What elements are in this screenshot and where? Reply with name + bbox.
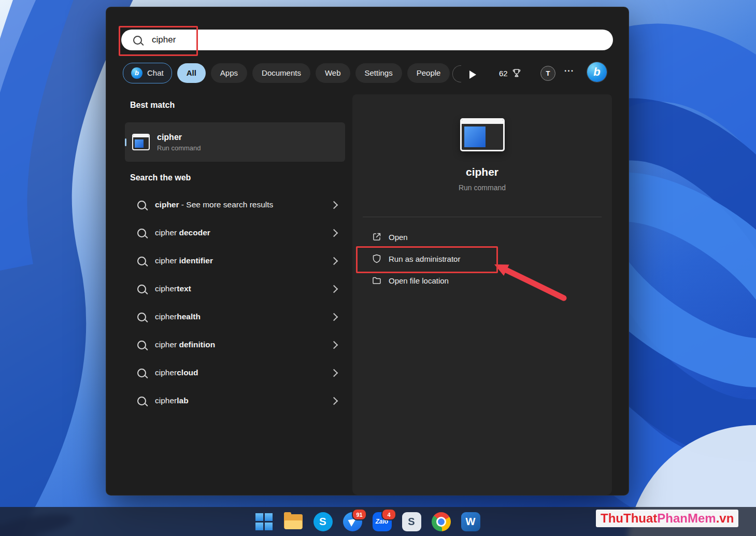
suggestion-head: cipher (155, 284, 177, 293)
messenger-button[interactable]: 91 (342, 511, 363, 532)
tab-all[interactable]: All (177, 63, 206, 83)
taskbar-icons: S 91 Zalo 4 S W (253, 511, 481, 532)
suggestion-tail: identifier (179, 256, 213, 265)
notification-badge: 4 (381, 509, 396, 520)
bing-letter: b (593, 65, 600, 79)
suggestion-head: cipher (155, 396, 177, 405)
search-suggestion-icon (137, 397, 146, 405)
steam-button[interactable]: S (401, 511, 422, 532)
suggestion-tail: lab (177, 396, 188, 405)
search-suggestion-icon (137, 285, 146, 293)
suggestion-tail: cloud (177, 368, 198, 377)
suggestion-tail: definition (179, 340, 216, 349)
web-suggestion[interactable]: cipher decoder (125, 219, 345, 247)
file-explorer-button[interactable] (283, 511, 304, 532)
search-bar[interactable] (121, 30, 613, 50)
skype-icon: S (313, 512, 333, 531)
folder-icon (284, 513, 303, 530)
desktop: b Chat All Apps Documents Web Settings P… (0, 0, 756, 536)
app-icon (460, 118, 505, 151)
suggestion-text: cipher definition (155, 340, 322, 349)
tab-chat[interactable]: b Chat (123, 63, 172, 83)
suggestion-head: cipher (155, 312, 177, 321)
word-button[interactable]: W (460, 511, 481, 532)
tab-documents[interactable]: Documents (252, 63, 310, 83)
chevron-right-icon[interactable] (330, 285, 338, 293)
search-suggestion-icon (137, 369, 146, 377)
web-suggestion[interactable]: cipher - See more search results (125, 191, 345, 219)
rewards-indicator[interactable]: 62 (499, 65, 522, 81)
tab-settings[interactable]: Settings (355, 63, 402, 83)
chevron-right-icon[interactable] (330, 369, 338, 377)
zalo-button[interactable]: Zalo 4 (372, 511, 392, 532)
tab-apps[interactable]: Apps (211, 63, 247, 83)
suggestion-text: cipher identifier (155, 256, 322, 265)
bing-chat-button[interactable]: b (587, 62, 607, 82)
action-open-location-label: Open file location (389, 276, 449, 285)
suggestion-text: ciphercloud (155, 368, 322, 377)
chevron-right-icon[interactable] (330, 229, 338, 237)
chevron-right-icon[interactable] (330, 341, 338, 349)
watermark-part3: .vn (716, 511, 734, 525)
chevron-right-icon[interactable] (330, 313, 338, 321)
search-suggestion-icon (137, 341, 146, 349)
best-match-item[interactable]: cipher Run command (125, 122, 345, 162)
run-command-icon (132, 134, 150, 150)
suggestion-head: cipher (155, 368, 177, 377)
web-suggestion[interactable]: ciphercloud (125, 359, 345, 387)
chevron-right-icon[interactable] (330, 201, 338, 209)
expand-tabs-icon[interactable] (469, 70, 476, 79)
skype-button[interactable]: S (312, 511, 333, 532)
web-suggestion[interactable]: cipher definition (125, 331, 345, 359)
suggestion-text: cipherlab (155, 396, 322, 405)
suggestion-tail: health (177, 312, 201, 321)
suggestion-tail: decoder (179, 228, 210, 237)
suggestion-head: cipher (155, 340, 179, 349)
preview-pane: cipher Run command Open Run as administr… (352, 94, 612, 495)
web-suggestion[interactable]: cipherhealth (125, 303, 345, 331)
action-open-label: Open (389, 233, 408, 242)
search-icon (133, 36, 142, 45)
action-open[interactable]: Open (352, 226, 612, 248)
suggestion-head: cipher (155, 200, 179, 209)
search-input[interactable] (151, 34, 547, 46)
windows-logo-icon (255, 513, 273, 530)
search-the-web-heading: Search the web (130, 173, 191, 182)
suggestion-head: cipher (155, 256, 179, 265)
suggestion-text: cipherhealth (155, 312, 322, 321)
suggestion-head: cipher (155, 228, 179, 237)
chrome-button[interactable] (431, 511, 451, 532)
watermark-part2: PhanMem (657, 511, 716, 525)
suggestion-tail: - See more search results (179, 200, 274, 209)
web-suggestion[interactable]: cipher identifier (125, 247, 345, 275)
filter-tabs: b Chat All Apps Documents Web Settings P… (123, 63, 450, 83)
divider (363, 217, 602, 217)
web-suggestions: cipher - See more search results cipher … (125, 191, 345, 415)
account-avatar[interactable]: T (540, 66, 555, 81)
more-options-icon[interactable]: ··· (564, 66, 574, 76)
chrome-icon (432, 512, 451, 531)
rewards-count: 62 (499, 69, 508, 78)
preview-subtitle: Run command (352, 184, 612, 192)
search-suggestion-icon (137, 313, 146, 321)
tab-web[interactable]: Web (316, 63, 350, 83)
bing-chat-icon: b (131, 67, 142, 79)
watermark: ThuThuatPhanMem.vn (596, 510, 738, 527)
action-run-admin-label: Run as administrator (389, 255, 460, 263)
web-suggestion[interactable]: ciphertext (125, 275, 345, 303)
folder-icon (372, 275, 382, 286)
annotation-arrow (486, 254, 577, 306)
web-suggestion[interactable]: cipherlab (125, 387, 345, 415)
best-match-subtitle: Run command (157, 144, 201, 152)
chevron-right-icon[interactable] (330, 257, 338, 265)
suggestion-tail: text (177, 284, 191, 293)
start-button[interactable] (253, 511, 274, 532)
best-match-heading: Best match (130, 101, 175, 110)
tab-overflow-fragment (452, 65, 461, 82)
suggestion-text: ciphertext (155, 284, 322, 293)
search-suggestion-icon (137, 201, 146, 209)
chevron-right-icon[interactable] (330, 397, 338, 405)
tab-people[interactable]: People (407, 63, 450, 83)
best-match-title: cipher (157, 133, 201, 142)
suggestion-text: cipher decoder (155, 228, 322, 237)
